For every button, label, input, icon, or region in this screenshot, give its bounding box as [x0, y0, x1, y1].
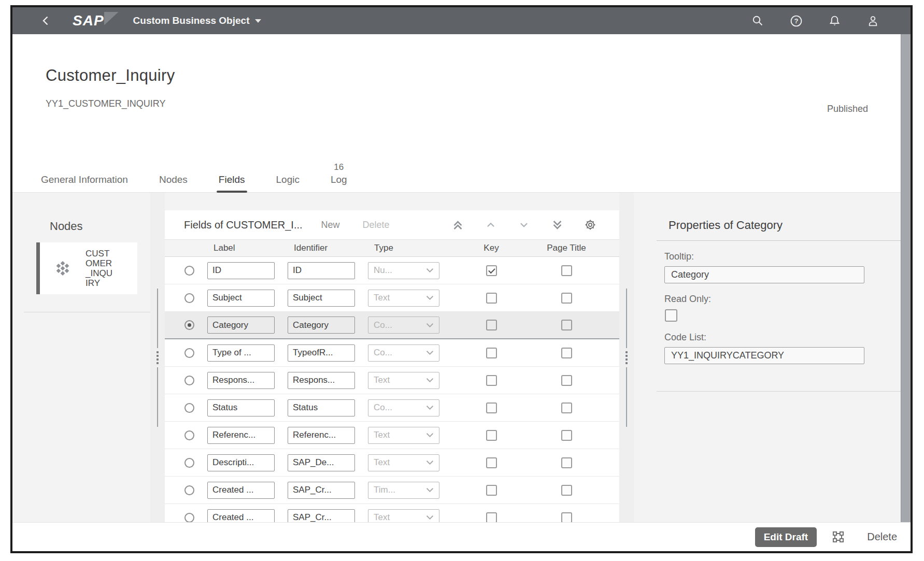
label-input[interactable] [207, 262, 275, 279]
identifier-input[interactable] [288, 317, 355, 334]
identifier-input[interactable] [288, 290, 355, 307]
tab-label: Log [331, 174, 347, 185]
type-select[interactable]: Co... [368, 317, 439, 334]
type-select[interactable]: Text [368, 372, 439, 389]
splitter-right[interactable] [619, 193, 634, 522]
label-input[interactable] [207, 427, 275, 444]
back-icon[interactable] [39, 14, 53, 27]
page-title-checkbox[interactable] [561, 293, 572, 304]
type-select[interactable]: Text [368, 509, 439, 523]
splitter-left[interactable] [150, 193, 165, 522]
read-only-checkbox[interactable] [665, 309, 677, 322]
tab-log[interactable]: 16Log [329, 161, 349, 192]
field-table-row: Co... [165, 339, 619, 367]
label-input[interactable] [207, 290, 275, 307]
app-title-menu[interactable]: Custom Business Object [133, 15, 262, 26]
identifier-input[interactable] [288, 344, 355, 362]
key-checkbox[interactable] [486, 430, 497, 441]
new-button[interactable]: New [321, 220, 340, 231]
type-select[interactable]: Text [368, 454, 439, 471]
identifier-input[interactable] [288, 427, 355, 444]
type-select[interactable]: Co... [368, 344, 439, 362]
page-title-checkbox[interactable] [561, 512, 572, 523]
node-item-customer-inquiry[interactable]: CUST OMER _INQU IRY [36, 242, 137, 294]
key-checkbox[interactable] [486, 293, 497, 304]
key-checkbox[interactable] [486, 320, 497, 330]
page-title-checkbox[interactable] [561, 320, 572, 330]
key-checkbox[interactable] [486, 265, 497, 276]
label-input[interactable] [207, 399, 275, 416]
key-checkbox[interactable] [486, 348, 497, 358]
type-select[interactable]: Text [368, 290, 439, 307]
identifier-input[interactable] [288, 262, 355, 279]
help-icon[interactable]: ? [789, 14, 803, 27]
page-title-checkbox[interactable] [561, 265, 572, 276]
tab-general-information[interactable]: General Information [39, 161, 130, 192]
identifier-input[interactable] [288, 482, 355, 499]
tab-logic[interactable]: Logic [274, 161, 302, 192]
page-title-checkbox[interactable] [561, 402, 572, 413]
type-select[interactable]: Nu... [368, 262, 439, 279]
code-list-input[interactable] [664, 347, 864, 364]
key-checkbox[interactable] [486, 512, 497, 523]
field-table-row: Text [165, 284, 619, 312]
key-checkbox[interactable] [486, 485, 497, 496]
row-select-radio[interactable] [184, 403, 194, 413]
vertical-scrollbar[interactable] [901, 34, 911, 522]
fields-table-title: Fields of CUSTOMER_I... [184, 219, 303, 231]
properties-panel-title: Properties of Category [669, 219, 901, 232]
move-bottom-icon[interactable] [551, 219, 563, 231]
type-select[interactable]: Co... [368, 399, 439, 416]
sitemap-icon[interactable] [831, 530, 845, 544]
label-input[interactable] [207, 454, 275, 471]
type-select[interactable]: Text [368, 427, 439, 444]
page-title-checkbox[interactable] [561, 430, 572, 441]
tooltip-input[interactable] [664, 266, 864, 283]
app-title-text: Custom Business Object [133, 15, 250, 26]
type-select[interactable]: Tim... [368, 482, 439, 499]
key-checkbox[interactable] [486, 402, 497, 413]
identifier-input[interactable] [288, 509, 355, 523]
tab-nodes[interactable]: Nodes [157, 161, 190, 192]
fields-table-header: Label Identifier Type Key Page Title [165, 239, 619, 257]
row-select-radio[interactable] [184, 320, 194, 330]
row-select-radio[interactable] [184, 430, 194, 440]
label-input[interactable] [207, 482, 275, 499]
type-select-value: Text [374, 430, 390, 440]
row-select-radio[interactable] [184, 513, 194, 523]
row-select-radio[interactable] [184, 485, 194, 495]
identifier-input[interactable] [288, 399, 355, 416]
notifications-bell-icon[interactable] [828, 14, 841, 27]
sap-logo[interactable]: SAP [73, 13, 106, 28]
page-title-checkbox[interactable] [561, 348, 572, 358]
edit-draft-button[interactable]: Edit Draft [755, 527, 817, 547]
move-up-icon[interactable] [485, 219, 497, 231]
tab-fields[interactable]: Fields [217, 161, 247, 192]
delete-button[interactable]: Delete [363, 220, 390, 231]
page-title-checkbox[interactable] [561, 485, 572, 496]
identifier-input[interactable] [288, 372, 355, 389]
move-down-icon[interactable] [518, 219, 530, 231]
row-select-radio[interactable] [184, 266, 194, 276]
page-title-checkbox[interactable] [561, 457, 572, 468]
key-checkbox[interactable] [486, 375, 497, 386]
row-select-radio[interactable] [184, 376, 194, 385]
label-input[interactable] [207, 344, 275, 362]
footer-delete-button[interactable]: Delete [867, 531, 897, 543]
search-icon[interactable] [751, 14, 764, 27]
chevron-down-icon [426, 487, 434, 493]
settings-gear-icon[interactable] [584, 219, 596, 231]
page-title-checkbox[interactable] [561, 375, 572, 386]
row-select-radio[interactable] [184, 348, 194, 358]
properties-title-divider [657, 240, 901, 241]
move-top-icon[interactable] [451, 219, 464, 231]
identifier-input[interactable] [288, 454, 355, 471]
row-select-radio[interactable] [184, 458, 194, 468]
page-subtitle: YY1_CUSTOMER_INQUIRY [46, 98, 911, 109]
label-input[interactable] [207, 317, 275, 334]
label-input[interactable] [207, 509, 275, 523]
key-checkbox[interactable] [486, 457, 497, 468]
label-input[interactable] [207, 372, 275, 389]
user-profile-icon[interactable] [866, 14, 879, 27]
row-select-radio[interactable] [184, 293, 194, 303]
